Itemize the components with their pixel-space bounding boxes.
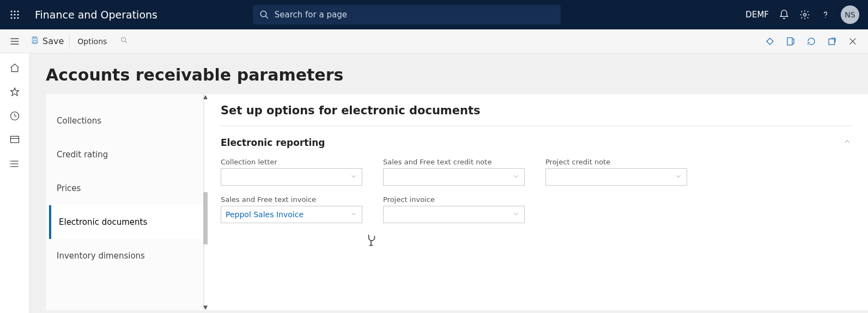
- svg-point-4: [14, 14, 16, 16]
- svg-point-0: [11, 11, 13, 13]
- favorites-icon[interactable]: [9, 86, 21, 98]
- svg-rect-17: [33, 40, 36, 42]
- svg-point-31: [9, 163, 10, 164]
- field-project-credit-note: Project credit note: [545, 158, 687, 186]
- svg-line-19: [125, 41, 127, 43]
- tab-credit-rating[interactable]: Credit rating: [46, 138, 203, 171]
- svg-point-2: [17, 11, 19, 13]
- recent-icon[interactable]: [9, 110, 21, 122]
- chevron-down-icon: [512, 210, 520, 219]
- svg-point-9: [260, 11, 266, 17]
- parameter-tab-list: ▲ Collections Credit rating Prices Elect…: [46, 94, 204, 310]
- action-bar-right: [764, 36, 864, 47]
- page-body: Accounts receivable parameters ▲ Collect…: [0, 53, 868, 313]
- svg-rect-20: [787, 38, 792, 45]
- options-button[interactable]: Options: [70, 37, 114, 46]
- svg-line-10: [265, 16, 268, 19]
- environment-label: DEMF: [745, 10, 769, 20]
- field-project-invoice: Project invoice: [383, 195, 525, 223]
- select-project-invoice[interactable]: [383, 206, 525, 223]
- field-sales-credit-note: Sales and Free text credit note: [383, 158, 525, 186]
- svg-point-6: [11, 17, 13, 19]
- label-sales-credit-note: Sales and Free text credit note: [383, 158, 525, 166]
- bell-icon[interactable]: [779, 9, 790, 20]
- attachments-icon[interactable]: [764, 36, 775, 47]
- svg-point-11: [803, 14, 806, 16]
- chevron-down-icon: [675, 173, 682, 182]
- svg-point-30: [9, 161, 10, 162]
- select-collection-letter[interactable]: [221, 168, 362, 186]
- tab-prices[interactable]: Prices: [46, 171, 203, 205]
- page-title: Accounts receivable parameters: [29, 53, 868, 94]
- save-icon: [31, 36, 39, 47]
- section-title: Electronic reporting: [221, 137, 325, 148]
- chevron-up-icon[interactable]: [843, 137, 852, 148]
- scroll-up-icon[interactable]: ▲: [203, 94, 208, 100]
- close-icon[interactable]: [847, 36, 858, 47]
- refresh-icon[interactable]: [806, 36, 817, 47]
- office-icon[interactable]: [785, 36, 796, 47]
- home-icon[interactable]: [9, 62, 21, 74]
- scroll-down-icon[interactable]: ▼: [203, 305, 208, 310]
- modules-icon[interactable]: [9, 158, 21, 170]
- share-icon[interactable]: [827, 36, 837, 47]
- tab-inventory-dimensions[interactable]: Inventory dimensions: [46, 239, 203, 273]
- svg-point-18: [122, 37, 126, 41]
- select-sales-credit-note[interactable]: [383, 168, 525, 186]
- label-sales-invoice: Sales and Free text invoice: [221, 195, 362, 204]
- save-button[interactable]: Save: [25, 34, 70, 48]
- save-label: Save: [43, 36, 64, 46]
- select-project-credit-note[interactable]: [545, 168, 687, 186]
- user-avatar[interactable]: NS: [841, 5, 859, 24]
- app-title: Finance and Operations: [35, 9, 157, 21]
- svg-rect-16: [33, 37, 36, 39]
- select-sales-invoice[interactable]: Peppol Sales Invoice: [221, 206, 362, 223]
- hamburger-icon[interactable]: [4, 36, 25, 47]
- gear-icon[interactable]: [799, 9, 810, 20]
- detail-title: Set up options for electronic documents: [221, 104, 852, 126]
- label-project-invoice: Project invoice: [383, 195, 525, 204]
- field-sales-invoice: Sales and Free text invoice Peppol Sales…: [221, 195, 362, 223]
- scrollbar-thumb[interactable]: [203, 192, 208, 244]
- svg-point-1: [14, 11, 16, 13]
- tab-collections[interactable]: Collections: [46, 104, 203, 138]
- value-sales-invoice: Peppol Sales Invoice: [226, 210, 304, 219]
- cursor-icon: [364, 233, 378, 249]
- svg-point-7: [14, 17, 16, 19]
- label-project-credit-note: Project credit note: [545, 158, 687, 166]
- action-bar: Save Options: [0, 29, 868, 53]
- chevron-down-icon: [350, 173, 357, 182]
- workspace-icon[interactable]: [9, 134, 21, 146]
- label-collection-letter: Collection letter: [221, 158, 362, 166]
- chevron-down-icon: [512, 173, 520, 182]
- global-header: Finance and Operations DEMF NS: [0, 0, 868, 29]
- svg-rect-21: [829, 39, 835, 45]
- page-search-button[interactable]: [114, 36, 134, 47]
- search-icon: [259, 10, 269, 20]
- svg-rect-25: [10, 136, 19, 143]
- content-split: ▲ Collections Credit rating Prices Elect…: [46, 94, 868, 310]
- header-right-tools: DEMF NS: [745, 5, 863, 24]
- field-grid: Collection letter Sales and Free text cr…: [221, 158, 852, 223]
- help-icon[interactable]: [820, 9, 831, 20]
- svg-point-12: [825, 17, 825, 17]
- section-header[interactable]: Electronic reporting: [221, 137, 852, 148]
- left-icon-rail: [0, 53, 29, 313]
- global-search-input[interactable]: [275, 10, 554, 20]
- detail-panel: Set up options for electronic documents …: [204, 94, 868, 310]
- global-search[interactable]: [253, 5, 561, 24]
- svg-point-8: [17, 17, 19, 19]
- svg-point-32: [9, 166, 10, 167]
- field-collection-letter: Collection letter: [221, 158, 362, 186]
- main-panel: Accounts receivable parameters ▲ Collect…: [29, 53, 868, 313]
- tab-electronic-documents[interactable]: Electronic documents: [49, 205, 203, 239]
- svg-point-5: [17, 14, 19, 16]
- svg-point-3: [11, 14, 13, 16]
- chevron-down-icon: [350, 210, 357, 219]
- waffle-icon[interactable]: [5, 5, 24, 24]
